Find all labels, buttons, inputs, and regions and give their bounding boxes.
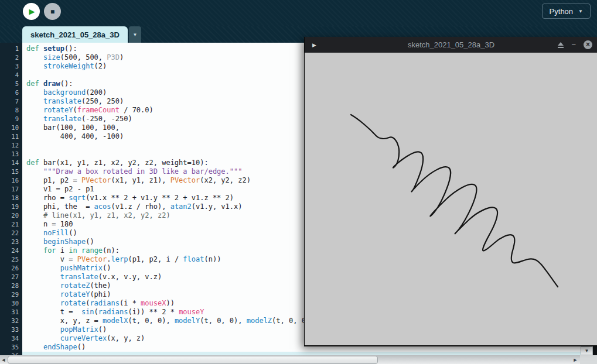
code-token [26, 238, 43, 246]
code-token: beginShape [43, 238, 86, 246]
code-token: background [43, 88, 86, 97]
sketch-canvas[interactable] [305, 53, 597, 346]
code-token: modelZ [247, 317, 272, 325]
code-token: phi, the = [26, 202, 94, 211]
code-token: (x2, y2, z2) [200, 176, 251, 184]
tab-label: sketch_2021_05_28a_3D [30, 30, 120, 39]
minimize-button[interactable]: − [571, 41, 576, 49]
line-number: 20 [0, 211, 22, 220]
code-token [26, 229, 43, 237]
code-token: i [56, 246, 69, 255]
code-token: strokeWeight [43, 62, 94, 70]
chevron-down-icon: ▼ [133, 32, 138, 37]
code-token: mouseX [141, 299, 166, 307]
code-token: PVector [77, 255, 107, 263]
code-token: v1 = p2 - p1 [26, 185, 94, 193]
code-token: atan2 [170, 202, 192, 211]
code-token [26, 106, 43, 114]
code-token: pushMatrix [60, 264, 103, 272]
code-token [26, 246, 43, 255]
line-number: 33 [0, 325, 22, 334]
code-token: """Draw a box rotated in 3D like a bar/e… [43, 167, 243, 176]
present-button[interactable] [558, 42, 564, 48]
code-token: popMatrix [60, 325, 98, 334]
line-number: 15 [0, 167, 22, 176]
stop-icon: ■ [50, 8, 54, 15]
line-number: 17 [0, 185, 22, 194]
code-token: (2) [94, 62, 107, 70]
tab-sketch[interactable]: sketch_2021_05_28a_3D [22, 26, 128, 43]
sketch-window-titlebar[interactable]: ▶ sketch_2021_05_28a_3D − × [305, 37, 597, 53]
stop-button[interactable]: ■ [44, 3, 61, 20]
code-token [26, 88, 43, 97]
line-number: 24 [0, 246, 22, 255]
sketch-app-icon: ▶ [312, 42, 316, 48]
scroll-right-arrow-icon[interactable]: ► [572, 355, 579, 364]
code-token: translate [60, 273, 98, 281]
code-token: (phi) [90, 290, 111, 298]
line-number: 30 [0, 299, 22, 308]
code-token: P3D [107, 53, 120, 61]
code-token [26, 299, 60, 307]
code-token [26, 334, 60, 342]
line-number: 5 [0, 80, 22, 88]
sketch-window: ▶ sketch_2021_05_28a_3D − × [304, 37, 597, 346]
code-token: def [26, 159, 43, 167]
code-token [26, 281, 60, 290]
line-number: 16 [0, 176, 22, 185]
horizontal-scrollbar-thumb[interactable] [8, 356, 378, 364]
line-number: 31 [0, 308, 22, 317]
horizontal-scrollbar[interactable]: ◄ ► [0, 355, 580, 364]
code-token: (200) [86, 88, 107, 97]
code-token: )) [166, 299, 174, 307]
code-token: (n): [103, 246, 120, 255]
code-token: modelX [103, 317, 128, 325]
code-token: p1, p2 = [26, 176, 81, 184]
code-token: setup [43, 44, 64, 53]
scroll-left-arrow-icon[interactable]: ◄ [0, 355, 7, 364]
close-button[interactable]: × [584, 40, 592, 49]
line-number: 25 [0, 255, 22, 264]
line-number: 18 [0, 194, 22, 202]
code-token: in [69, 246, 77, 255]
line-number: 10 [0, 123, 22, 132]
code-token [26, 211, 43, 219]
line-number: 4 [0, 71, 22, 80]
line-number: 34 [0, 334, 22, 343]
code-token: ( [73, 106, 77, 114]
code-token: (t, 0, 0), [128, 317, 174, 325]
line-number-gutter: 1234567891011121314151617181920212223242… [0, 43, 22, 355]
run-button[interactable]: ▶ [23, 3, 40, 20]
line-number: 2 [0, 53, 22, 62]
line-number: 32 [0, 317, 22, 325]
code-token: frameCount [77, 106, 120, 114]
line-number: 26 [0, 264, 22, 273]
code-token: curveVertex [60, 334, 107, 342]
code-token [77, 246, 81, 255]
code-token: . [107, 255, 111, 263]
line-number: 12 [0, 141, 22, 150]
mode-label: Python [550, 7, 573, 16]
code-token: radians [90, 299, 120, 307]
code-token: (v.x, v.y, v.z) [98, 273, 162, 281]
code-token: () [69, 229, 77, 237]
mode-selector-button[interactable]: Python ▼ [542, 4, 591, 19]
line-number: 6 [0, 88, 22, 97]
code-token: modelY [175, 317, 200, 325]
code-token: x, y, z = [26, 317, 103, 325]
line-number: 14 [0, 159, 22, 167]
code-token: () [86, 238, 94, 246]
code-token: # line(x1, y1, z1, x2, y2, z2) [43, 211, 170, 219]
toolbar: ▶ ■ Python ▼ [0, 0, 597, 26]
scroll-down-button[interactable]: ▼ [581, 346, 593, 355]
window-controls: − × [558, 37, 592, 53]
tab-menu-button[interactable]: ▼ [129, 26, 141, 43]
code-token: translate [43, 115, 81, 123]
code-token: for [43, 246, 56, 255]
code-token: () [98, 325, 107, 334]
code-token: rotateY [43, 106, 73, 114]
line-number: 8 [0, 106, 22, 115]
line-number: 3 [0, 62, 22, 71]
code-token: (p1, p2, i / [128, 255, 183, 263]
code-token: ( [94, 308, 98, 316]
